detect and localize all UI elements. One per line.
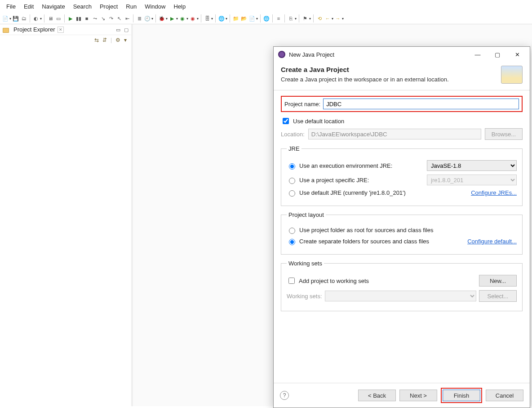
step-into-icon[interactable]: ↘ <box>99 15 106 22</box>
jre-default-label: Use default JRE (currently 'jre1.8.0_201… <box>299 189 468 196</box>
project-name-highlight: Project name: <box>281 96 523 112</box>
jre-specific-radio[interactable] <box>289 178 295 184</box>
use-default-location-label: Use default location <box>293 118 344 125</box>
jre-default-radio[interactable] <box>289 190 295 197</box>
close-button[interactable]: ✕ <box>509 49 525 59</box>
debug-icon[interactable]: 🐞▾ <box>158 15 168 22</box>
tasks-icon[interactable]: ⎘▾ <box>287 15 297 22</box>
layout-separate-radio[interactable] <box>289 239 295 245</box>
view-dropdown-icon[interactable]: ▾ <box>124 37 127 43</box>
perspective-icon[interactable]: ◐▾ <box>32 15 42 22</box>
dialog-title: New Java Project <box>289 51 466 58</box>
add-working-set-label: Add project to working sets <box>299 278 476 284</box>
layout-root-label: Use project folder as root for sources a… <box>299 227 433 233</box>
new-project-icon[interactable]: 📁 <box>232 15 239 22</box>
main-toolbar: 📄▾ 💾 🗂 ◐▾ 🖥 ▭ ▶ ▮▮ ■ ⤳ ↘ ↷ ↖ ⇤ ≣ 🕘▾ 🐞▾ ▶… <box>0 13 532 24</box>
view-title: Project Explorer <box>13 26 55 33</box>
add-working-set-checkbox[interactable] <box>288 278 295 284</box>
finish-button[interactable]: Finish <box>443 390 480 401</box>
close-view-button[interactable]: ✕ <box>58 27 64 33</box>
jre-group: JRE Use an execution environment JRE: Ja… <box>281 145 523 206</box>
eclipse-icon <box>278 51 285 58</box>
project-name-input[interactable] <box>323 99 519 109</box>
dialog-subheading: Create a Java project in the workspace o… <box>281 76 501 83</box>
skip-icon[interactable]: ▶ <box>67 15 74 22</box>
project-explorer-view: Project Explorer ✕ ▭ ▢ ⇆ ⇵ | ⚙ ▾ <box>0 24 133 406</box>
working-sets-legend: Working sets <box>287 260 324 267</box>
working-sets-label: Working sets: <box>287 293 322 300</box>
new-file-icon[interactable]: 📄▾ <box>248 15 258 22</box>
help-button[interactable]: ? <box>280 391 289 400</box>
back-button[interactable]: < Back <box>358 390 396 401</box>
select-working-set-button: Select... <box>479 290 517 302</box>
project-name-label: Project name: <box>284 101 320 108</box>
wizard-banner-icon <box>501 66 523 84</box>
new-java-project-dialog: New Java Project — ▢ ✕ Create a Java Pro… <box>273 46 530 408</box>
view-menu-icon[interactable]: ⚙ <box>115 37 120 43</box>
link-icon[interactable]: 🖥 <box>47 15 54 22</box>
globe-icon[interactable]: 🌐 <box>263 15 270 22</box>
project-layout-group: Project layout Use project folder as roo… <box>281 211 523 255</box>
minimize-view-icon[interactable]: ▭ <box>116 27 120 32</box>
working-sets-select <box>325 291 476 301</box>
server-icon[interactable]: 🗄▾ <box>204 15 213 22</box>
folder-icon <box>3 28 9 33</box>
layout-root-radio[interactable] <box>289 228 295 234</box>
save-all-icon[interactable]: 🗂 <box>20 15 27 22</box>
menu-navigate[interactable]: Navigate <box>38 2 68 11</box>
disconnect-icon[interactable]: ⤳ <box>91 15 98 22</box>
jre-legend: JRE <box>287 145 301 152</box>
configure-jres-link[interactable]: Configure JREs... <box>471 189 517 196</box>
select-icon[interactable]: ▭ <box>55 15 62 22</box>
link-editor-icon[interactable]: ⇵ <box>102 37 107 43</box>
menu-project[interactable]: Project <box>96 2 121 11</box>
history-icon[interactable]: 🕘▾ <box>144 15 153 22</box>
finish-highlight: Finish <box>441 388 482 403</box>
menu-window[interactable]: Window <box>141 2 169 11</box>
fwd-icon[interactable]: →▾ <box>334 15 344 22</box>
maximize-button[interactable]: ▢ <box>489 49 505 59</box>
menu-run[interactable]: Run <box>122 2 140 11</box>
jre-specific-select: jre1.8.0_201 <box>427 175 517 185</box>
next-button[interactable]: Next > <box>399 390 437 401</box>
browse-button: Browse... <box>485 128 523 140</box>
jre-exec-env-radio[interactable] <box>289 163 295 170</box>
jre-exec-env-select[interactable]: JavaSE-1.8 <box>427 160 517 171</box>
location-input <box>308 129 481 139</box>
jre-exec-env-label: Use an execution environment JRE: <box>299 162 424 169</box>
location-label: Location: <box>281 131 305 138</box>
menu-bar: File Edit Navigate Search Project Run Wi… <box>0 0 532 13</box>
new-button[interactable]: 📄▾ <box>2 15 11 22</box>
step-return-icon[interactable]: ↖ <box>115 15 123 22</box>
working-sets-group: Working sets Add project to working sets… <box>281 260 523 311</box>
save-icon[interactable]: 💾 <box>12 15 19 22</box>
new-pkg-icon[interactable]: 🌐▾ <box>218 15 227 22</box>
menu-file[interactable]: File <box>3 2 19 11</box>
menu-search[interactable]: Search <box>70 2 95 11</box>
dialog-heading: Create a Java Project <box>281 66 501 73</box>
new-folder-icon[interactable]: 📂 <box>240 15 248 22</box>
step-over-icon[interactable]: ↷ <box>107 15 115 22</box>
run-icon[interactable]: ▶▾ <box>168 15 178 22</box>
configure-default-link[interactable]: Configure default... <box>467 238 517 245</box>
pause-icon[interactable]: ▮▮ <box>75 15 82 22</box>
project-layout-legend: Project layout <box>287 211 326 218</box>
layout-separate-label: Create separate folders for sources and … <box>299 238 465 245</box>
outline-icon[interactable]: ≡ <box>275 15 282 22</box>
run-last-icon[interactable]: ◉▾ <box>189 15 199 22</box>
new-working-set-button[interactable]: New... <box>479 275 517 287</box>
back-nav-icon[interactable]: ⟲ <box>316 15 323 22</box>
drop-frame-icon[interactable]: ⇤ <box>124 15 131 22</box>
use-default-location-checkbox[interactable] <box>283 118 289 124</box>
collapse-all-icon[interactable]: ⇆ <box>94 37 99 43</box>
filter-icon[interactable]: ⚑▾ <box>301 15 311 22</box>
back-icon[interactable]: ←▾ <box>324 15 333 22</box>
menu-help[interactable]: Help <box>170 2 189 11</box>
menu-edit[interactable]: Edit <box>20 2 37 11</box>
coverage-icon[interactable]: ◉▾ <box>179 15 188 22</box>
cancel-button[interactable]: Cancel <box>486 390 523 401</box>
minimize-button[interactable]: — <box>470 49 486 59</box>
stop-icon[interactable]: ■ <box>83 15 90 22</box>
maximize-view-icon[interactable]: ▢ <box>124 27 129 32</box>
list-icon[interactable]: ≣ <box>136 15 143 22</box>
